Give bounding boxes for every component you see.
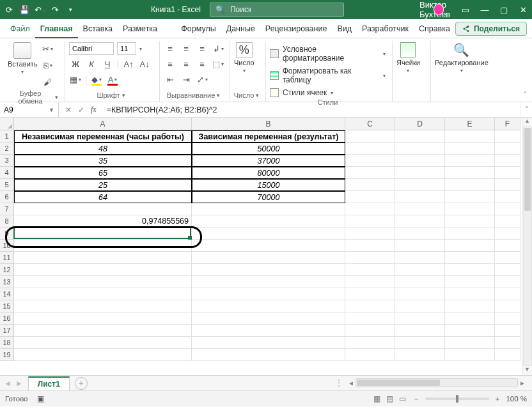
cell[interactable]	[445, 252, 495, 264]
scroll-right-icon[interactable]: ►	[518, 380, 527, 387]
increase-indent-icon[interactable]: ⇥	[180, 73, 192, 86]
cell[interactable]	[345, 313, 395, 325]
cell[interactable]	[345, 276, 395, 288]
cell[interactable]	[14, 288, 192, 300]
row-header[interactable]: 6	[0, 191, 14, 203]
cell[interactable]	[345, 215, 395, 228]
cell[interactable]	[395, 264, 445, 276]
cell[interactable]	[495, 130, 520, 143]
hscroll-thumb[interactable]	[357, 380, 440, 386]
cell[interactable]	[445, 167, 495, 179]
cell[interactable]	[495, 240, 520, 252]
cell[interactable]	[14, 276, 192, 288]
cell[interactable]	[14, 240, 192, 252]
vertical-scrollbar[interactable]: ▲ ▼	[522, 118, 532, 375]
column-header[interactable]: D	[395, 118, 445, 130]
cell[interactable]	[192, 228, 345, 240]
row-header[interactable]: 10	[0, 240, 14, 252]
cell[interactable]	[192, 203, 345, 215]
cell[interactable]	[14, 313, 192, 325]
cell[interactable]	[192, 300, 345, 313]
column-header[interactable]: C	[345, 118, 395, 130]
font-name-select[interactable]	[69, 42, 114, 55]
cell[interactable]	[14, 300, 192, 313]
cell[interactable]	[445, 240, 495, 252]
expand-formula-bar-icon[interactable]: ˅	[520, 102, 532, 117]
fill-color-icon[interactable]: ◆	[90, 73, 103, 86]
align-bottom-icon[interactable]: ≡	[196, 42, 208, 55]
tab-view[interactable]: Вид	[332, 19, 357, 38]
cell[interactable]: 0,974855569	[14, 215, 192, 228]
cell[interactable]: 65	[14, 167, 192, 179]
cell[interactable]	[14, 337, 192, 349]
redo-icon[interactable]: ↷	[50, 5, 60, 15]
tab-insert[interactable]: Вставка	[78, 19, 118, 38]
cell[interactable]	[495, 215, 520, 228]
column-headers[interactable]: ABCDEF	[14, 118, 520, 130]
zoom-level[interactable]: 100 %	[506, 395, 527, 403]
cell[interactable]	[495, 337, 520, 349]
row-headers[interactable]: 12345678910111213141516171819	[0, 130, 14, 361]
row-header[interactable]: 4	[0, 167, 14, 179]
row-header[interactable]: 2	[0, 143, 14, 155]
row-header[interactable]: 1	[0, 130, 14, 143]
align-middle-icon[interactable]: ≡	[180, 42, 192, 55]
cell[interactable]	[495, 325, 520, 337]
cell[interactable]	[445, 143, 495, 155]
wrap-text-icon[interactable]: ↲	[212, 42, 224, 55]
cell[interactable]: Независимая переменная (часы работы)	[14, 130, 192, 143]
cell[interactable]	[495, 349, 520, 361]
cell[interactable]: 70000	[192, 191, 345, 203]
cell[interactable]	[445, 130, 495, 143]
cell[interactable]	[345, 300, 395, 313]
cell[interactable]	[495, 203, 520, 215]
cell[interactable]	[395, 215, 445, 228]
horizontal-scrollbar[interactable]: ⋮ ◄ ►	[335, 378, 527, 388]
font-size-select[interactable]	[117, 42, 136, 55]
cell[interactable]	[395, 337, 445, 349]
cell[interactable]	[14, 325, 192, 337]
select-all-button[interactable]	[0, 118, 14, 130]
cell[interactable]	[395, 288, 445, 300]
fill-handle[interactable]	[188, 236, 192, 240]
tab-home[interactable]: Главная	[35, 19, 78, 38]
align-right-icon[interactable]: ≡	[196, 58, 208, 70]
cell[interactable]	[445, 228, 495, 240]
decrease-indent-icon[interactable]: ⇤	[164, 73, 176, 86]
cell[interactable]	[192, 325, 345, 337]
tab-developer[interactable]: Разработчик	[357, 19, 414, 38]
cell[interactable]: 48	[14, 143, 192, 155]
undo-icon[interactable]: ↶	[35, 5, 45, 15]
cell[interactable]	[445, 215, 495, 228]
search-box[interactable]: 🔍 Поиск	[210, 3, 344, 17]
sheet-prev-icon[interactable]: ◄	[4, 379, 12, 388]
cell[interactable]	[445, 313, 495, 325]
cell[interactable]	[395, 228, 445, 240]
cell[interactable]	[495, 252, 520, 264]
cells-button[interactable]: Ячейки ▾	[396, 42, 420, 73]
autosave-icon[interactable]: ⟳	[4, 5, 14, 15]
cell[interactable]	[345, 179, 395, 191]
cut-icon[interactable]: ✂	[42, 42, 54, 55]
cell[interactable]	[395, 325, 445, 337]
tab-review[interactable]: Рецензирование	[260, 19, 332, 38]
cell[interactable]	[445, 203, 495, 215]
share-button[interactable]: Поделиться	[455, 22, 527, 36]
cell[interactable]	[345, 252, 395, 264]
cell[interactable]	[445, 349, 495, 361]
cell[interactable]	[445, 179, 495, 191]
view-normal-icon[interactable]: ▦	[372, 395, 382, 403]
row-header[interactable]: 19	[0, 349, 14, 361]
macro-record-icon[interactable]: ▣	[37, 394, 44, 403]
add-sheet-button[interactable]: +	[75, 377, 88, 390]
qat-more-icon[interactable]: ▾	[65, 6, 75, 13]
row-header[interactable]: 17	[0, 325, 14, 337]
cell[interactable]	[445, 264, 495, 276]
cell[interactable]	[345, 191, 395, 203]
save-icon[interactable]: 💾	[19, 5, 29, 15]
cell[interactable]	[345, 240, 395, 252]
cell[interactable]	[495, 191, 520, 203]
cell[interactable]	[14, 203, 192, 215]
cell[interactable]: 64	[14, 191, 192, 203]
row-header[interactable]: 18	[0, 337, 14, 349]
